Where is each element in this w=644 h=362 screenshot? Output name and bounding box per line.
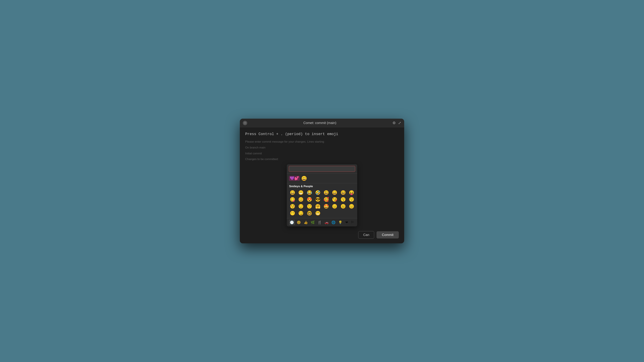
emoji-cell[interactable]: 😝 xyxy=(348,189,356,196)
background-commit-info: Please enter commit message for your cha… xyxy=(245,139,399,164)
emoji-cat-objects[interactable]: 💡 xyxy=(337,220,344,225)
emoji-section-label: Smileys & People xyxy=(287,183,357,189)
emoji-cat-activities[interactable]: 🌐 xyxy=(330,220,336,225)
emoji-cell[interactable]: 🤗 xyxy=(314,203,322,210)
emoji-cell[interactable]: 😃 xyxy=(322,189,330,196)
emoji-cell[interactable]: 😂 xyxy=(306,189,314,196)
emoji-cell[interactable]: 😬 xyxy=(314,210,322,217)
emoji-recent-row: 💜💕 😀 xyxy=(287,174,357,183)
emoji-cell[interactable]: 😌 xyxy=(297,203,305,210)
emoji-cell[interactable]: 😗 xyxy=(339,196,347,203)
emoji-cell[interactable]: 😚 xyxy=(288,203,296,210)
emoji-cell[interactable]: 🙂 xyxy=(306,203,314,210)
titlebar: × Comet: commit (main) ⚙ ⤢ xyxy=(240,119,404,127)
bg-line4: Initial commit xyxy=(245,151,399,156)
emoji-cell[interactable]: 🤣 xyxy=(314,189,322,196)
fav-emoji-group[interactable]: 💜💕 xyxy=(289,176,300,181)
cancel-button[interactable]: Can xyxy=(358,231,374,239)
emoji-cell[interactable]: 😶 xyxy=(288,210,296,217)
emoji-cat-recent[interactable]: 🕐 xyxy=(289,220,295,225)
hint-text: Press Control + . (period) to insert emo… xyxy=(245,132,399,136)
emoji-cat-people[interactable]: 👍 xyxy=(303,220,309,225)
emoji-cell[interactable]: 🤓 xyxy=(306,210,314,217)
settings-icon[interactable]: ⚙ xyxy=(392,121,396,125)
commit-button[interactable]: Commit xyxy=(376,231,399,239)
emoji-cat-travel[interactable]: 🚗 xyxy=(324,220,330,225)
emoji-cell[interactable]: 😄 xyxy=(330,189,338,196)
emoji-search-bar xyxy=(287,164,357,174)
emoji-cell[interactable]: 😊 xyxy=(297,196,305,203)
emoji-cat-food[interactable]: 🍴 xyxy=(316,220,323,225)
action-bar: Can Commit xyxy=(245,229,399,239)
emoji-cell[interactable]: 😋 xyxy=(288,196,296,203)
expand-icon[interactable]: ⤢ xyxy=(398,121,401,125)
window-title: Comet: commit (main) xyxy=(304,121,336,125)
emoji-cell[interactable]: 😙 xyxy=(348,196,356,203)
emoji-cell[interactable]: 😀 xyxy=(288,189,296,196)
emoji-cell[interactable]: 😐 xyxy=(339,203,347,210)
close-icon: × xyxy=(244,121,246,124)
bg-line5: Changes to be committed: xyxy=(245,157,399,162)
emoji-cat-smileys[interactable]: 😊 xyxy=(296,220,302,225)
app-window: × Comet: commit (main) ⚙ ⤢ Press Control… xyxy=(240,119,404,243)
emoji-cell[interactable]: 😏 xyxy=(297,210,305,217)
emoji-cell[interactable]: 🥰 xyxy=(322,196,330,203)
main-content: Press Control + . (period) to insert emo… xyxy=(240,127,404,243)
emoji-smileys-grid: 😀 😁 😂 🤣 😃 😄 😆 😝 😋 😊 😍 😎 🥰 😘 😗 😙 xyxy=(287,189,357,218)
emoji-cell[interactable]: 😑 xyxy=(330,203,338,210)
emoji-smiley-recent[interactable]: 😀 xyxy=(301,175,308,182)
emoji-cell[interactable]: 😁 xyxy=(297,189,305,196)
titlebar-actions: ⚙ ⤢ xyxy=(392,121,401,125)
emoji-cell[interactable]: 🤩 xyxy=(322,203,330,210)
emoji-search-input[interactable] xyxy=(289,166,355,172)
emoji-cat-nature[interactable]: 🌿 xyxy=(310,220,316,225)
emoji-picker-panel: 💜💕 😀 Smileys & People 😀 😁 😂 🤣 😃 😄 😆 😝 😋 … xyxy=(287,164,357,226)
bg-line3: On branch main xyxy=(245,145,399,150)
emoji-cell[interactable]: 😆 xyxy=(339,189,347,196)
emoji-cell[interactable]: 😍 xyxy=(306,196,314,203)
emoji-cell[interactable]: 😎 xyxy=(314,196,322,203)
emoji-cell[interactable]: 😘 xyxy=(330,196,338,203)
emoji-cat-symbols[interactable]: ❤ xyxy=(344,220,349,225)
bg-line1: Please enter commit message for your cha… xyxy=(245,139,399,144)
emoji-cat-flags[interactable]: 🏳 xyxy=(350,220,355,225)
emoji-picker: 💜💕 😀 Smileys & People 😀 😁 😂 🤣 😃 😄 😆 😝 😋 … xyxy=(245,164,399,226)
close-button[interactable]: × xyxy=(243,121,247,125)
emoji-cell[interactable]: 😑 xyxy=(348,203,356,210)
emoji-category-bar: 🕐 😊 👍 🌿 🍴 🚗 🌐 💡 ❤ 🏳 xyxy=(287,218,357,226)
